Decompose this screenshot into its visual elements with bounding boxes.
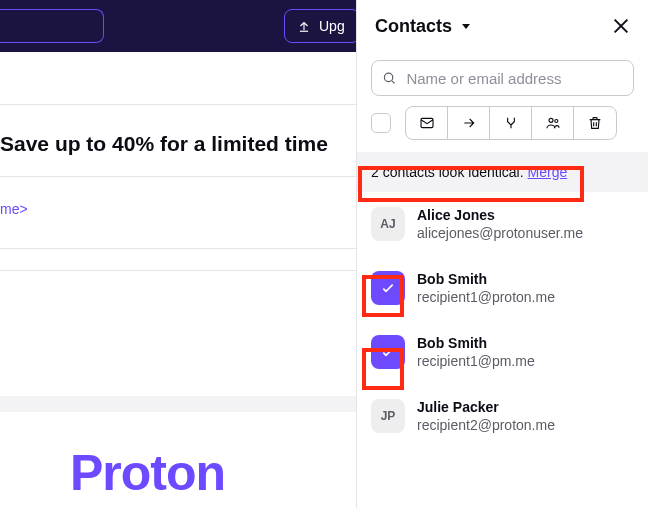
divider-band [0, 396, 356, 412]
contact-avatar[interactable]: JP [371, 399, 405, 433]
upgrade-button[interactable]: Upg [284, 9, 360, 43]
divider [0, 176, 356, 177]
contact-email: recipient1@proton.me [417, 289, 555, 305]
arrow-right-icon [461, 115, 477, 131]
svg-point-3 [554, 119, 557, 122]
upgrade-icon [297, 19, 311, 33]
envelope-icon [419, 115, 435, 131]
brand-logo: Proton [70, 444, 225, 502]
contact-name: Bob Smith [417, 335, 535, 351]
promo-headline: Save up to 40% for a limited time [0, 132, 328, 156]
divider [0, 104, 356, 105]
contact-avatar[interactable]: AJ [371, 207, 405, 241]
topbar-pill[interactable] [0, 9, 104, 43]
panel-header: Contacts [357, 0, 648, 52]
email-snippet: me> [0, 201, 28, 217]
chevron-down-icon [462, 24, 470, 29]
toolbar [357, 106, 648, 152]
close-button[interactable] [612, 17, 630, 35]
svg-point-0 [384, 73, 392, 81]
group-button[interactable] [532, 107, 574, 139]
forward-button[interactable] [448, 107, 490, 139]
trash-icon [587, 115, 603, 131]
contact-info: Bob Smithrecipient1@proton.me [417, 271, 555, 305]
panel-title-dropdown[interactable]: Contacts [375, 16, 470, 37]
contact-info: Julie Packerrecipient2@proton.me [417, 399, 555, 433]
contact-email: recipient1@pm.me [417, 353, 535, 369]
search-icon [382, 70, 396, 86]
contact-email: recipient2@proton.me [417, 417, 555, 433]
toolbar-button-group [405, 106, 617, 140]
merge-link[interactable]: Merge [528, 164, 568, 180]
contact-name: Alice Jones [417, 207, 583, 223]
contact-row[interactable]: JPJulie Packerrecipient2@proton.me [357, 384, 648, 448]
divider [0, 248, 356, 249]
search-container [357, 52, 648, 106]
contact-email: alicejones@protonuser.me [417, 225, 583, 241]
merge-banner: 2 contacts look identical. Merge [357, 152, 648, 192]
contact-name: Bob Smith [417, 271, 555, 287]
svg-point-2 [549, 118, 553, 122]
check-icon [380, 280, 396, 296]
search-field[interactable] [371, 60, 634, 96]
panel-title: Contacts [375, 16, 452, 37]
merge-banner-text: 2 contacts look identical. [371, 164, 524, 180]
contact-info: Bob Smithrecipient1@pm.me [417, 335, 535, 369]
contact-checkbox-checked[interactable] [371, 271, 405, 305]
compose-button[interactable] [406, 107, 448, 139]
contacts-list: AJAlice Jonesalicejones@protonuser.meBob… [357, 192, 648, 508]
contact-checkbox-checked[interactable] [371, 335, 405, 369]
delete-button[interactable] [574, 107, 616, 139]
search-input[interactable] [406, 70, 623, 87]
contact-row[interactable]: Bob Smithrecipient1@proton.me [357, 256, 648, 320]
users-icon [544, 115, 562, 131]
contact-row[interactable]: AJAlice Jonesalicejones@protonuser.me [357, 192, 648, 256]
upgrade-label: Upg [319, 18, 345, 34]
contact-row[interactable]: Bob Smithrecipient1@pm.me [357, 320, 648, 384]
contacts-panel: Contacts [356, 0, 648, 508]
divider [0, 270, 356, 271]
contact-name: Julie Packer [417, 399, 555, 415]
merge-button[interactable] [490, 107, 532, 139]
contact-info: Alice Jonesalicejones@protonuser.me [417, 207, 583, 241]
merge-icon [503, 115, 519, 131]
select-all-checkbox[interactable] [371, 113, 391, 133]
check-icon [380, 344, 396, 360]
